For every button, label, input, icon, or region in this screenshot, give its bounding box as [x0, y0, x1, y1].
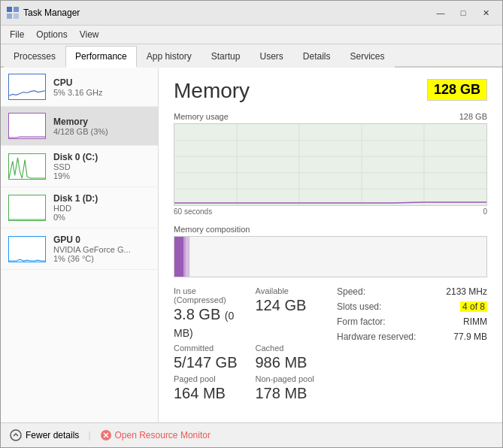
tab-startup[interactable]: Startup	[202, 46, 250, 68]
menu-file[interactable]: File	[4, 27, 30, 42]
speed-row: Speed: 2133 MHz	[337, 286, 487, 297]
cpu-info: CPU 5% 3.16 GHz	[53, 77, 150, 97]
sidebar: CPU 5% 3.16 GHz Memory 4/128 GB (3%)	[1, 68, 159, 422]
stat-nonpaged: Non-paged pool 178 MB	[256, 374, 323, 402]
disk0-info: Disk 0 (C:) SSD 19%	[53, 152, 150, 180]
form-row: Form factor: RIMM	[337, 316, 487, 327]
gpu-name: NVIDIA GeForce G...	[53, 245, 150, 254]
cpu-stats: 5% 3.16 GHz	[53, 88, 150, 97]
sidebar-item-cpu[interactable]: CPU 5% 3.16 GHz	[1, 68, 158, 107]
sidebar-item-gpu[interactable]: GPU 0 NVIDIA GeForce G... 1% (36 °C)	[1, 229, 158, 270]
title-bar-controls: — □ ✕	[430, 5, 496, 20]
main-panel: Memory 128 GB Memory usage 128 GB	[159, 68, 502, 422]
app-icon	[7, 7, 19, 19]
open-resource-monitor-btn[interactable]: Open Resource Monitor	[100, 429, 211, 441]
cpu-graph-thumb	[8, 74, 46, 100]
memory-chart-svg	[174, 124, 486, 205]
tab-services[interactable]: Services	[341, 46, 395, 68]
cpu-label: CPU	[53, 77, 150, 88]
footer-bar: Fewer details | Open Resource Monitor	[1, 422, 502, 447]
in-use-label: In use (Compressed)	[174, 286, 241, 304]
disk1-graph-thumb	[8, 195, 46, 221]
chart1-title: Memory usage	[174, 112, 229, 121]
task-manager-window: Task Manager — □ ✕ File Options View Pro…	[0, 0, 503, 448]
content-area: CPU 5% 3.16 GHz Memory 4/128 GB (3%)	[1, 68, 502, 422]
main-header: Memory 128 GB	[174, 79, 487, 103]
svg-rect-13	[174, 237, 184, 277]
stats-grid: In use (Compressed) 3.8 GB (0 MB) Availa…	[174, 286, 322, 402]
main-title: Memory	[174, 79, 250, 103]
disk1-info: Disk 1 (D:) HDD 0%	[53, 193, 150, 222]
menu-view[interactable]: View	[74, 27, 105, 42]
form-label: Form factor:	[337, 316, 386, 327]
memory-usage-chart	[174, 123, 487, 206]
left-stats: In use (Compressed) 3.8 GB (0 MB) Availa…	[174, 286, 322, 402]
disk0-usage: 19%	[53, 171, 150, 180]
window-title: Task Manager	[23, 8, 80, 18]
resource-monitor-label: Open Resource Monitor	[115, 430, 211, 440]
cached-value: 986 MB	[256, 354, 323, 371]
disk0-label: Disk 0 (C:)	[53, 152, 150, 162]
svg-rect-1	[14, 7, 19, 12]
disk1-label: Disk 1 (D:)	[53, 193, 150, 204]
tab-app-history[interactable]: App history	[137, 46, 202, 68]
chart1-max: 128 GB	[459, 112, 487, 121]
tab-performance[interactable]: Performance	[65, 46, 137, 68]
disk1-usage: 0%	[53, 213, 150, 222]
tab-details[interactable]: Details	[293, 46, 341, 68]
memory-usage-section: Memory usage 128 GB	[174, 112, 487, 216]
slots-row: Slots used: 4 of 8	[337, 301, 487, 312]
svg-rect-15	[186, 237, 189, 277]
disk1-type: HDD	[53, 204, 150, 213]
sidebar-item-memory[interactable]: Memory 4/128 GB (3%)	[1, 107, 158, 146]
sidebar-item-disk1[interactable]: Disk 1 (D:) HDD 0%	[1, 187, 158, 229]
minimize-button[interactable]: —	[430, 5, 451, 20]
chart2-label-row: Memory composition	[174, 225, 487, 234]
svg-rect-2	[7, 14, 12, 19]
title-bar-left: Task Manager	[7, 7, 80, 19]
stat-in-use: In use (Compressed) 3.8 GB (0 MB)	[174, 286, 241, 341]
chart1-time: 60 seconds 0	[174, 207, 487, 216]
gpu-label: GPU 0	[53, 235, 150, 245]
tab-bar: Processes Performance App history Startu…	[1, 44, 502, 68]
sidebar-item-disk0[interactable]: Disk 0 (C:) SSD 19%	[1, 146, 158, 187]
gpu-info: GPU 0 NVIDIA GeForce G... 1% (36 °C)	[53, 235, 150, 263]
chart1-time-start: 60 seconds	[174, 207, 212, 216]
speed-value: 2133 MHz	[446, 286, 487, 297]
close-button[interactable]: ✕	[475, 5, 496, 20]
menu-options[interactable]: Options	[30, 27, 73, 42]
stat-available: Available 124 GB	[256, 286, 323, 341]
svg-rect-14	[184, 237, 186, 277]
stats-area: In use (Compressed) 3.8 GB (0 MB) Availa…	[174, 286, 487, 402]
stat-committed: Committed 5/147 GB	[174, 344, 241, 371]
slots-value: 4 of 8	[460, 301, 487, 312]
memory-total-badge: 128 GB	[427, 79, 487, 101]
resource-monitor-icon	[100, 429, 112, 441]
fewer-details-icon	[10, 429, 22, 441]
memory-label: Memory	[53, 117, 150, 127]
chart2-label: Memory composition	[174, 225, 250, 234]
paged-label: Paged pool	[174, 374, 241, 383]
stat-cached: Cached 986 MB	[256, 344, 323, 371]
fewer-details-btn[interactable]: Fewer details	[10, 429, 79, 441]
nonpaged-value: 178 MB	[256, 385, 323, 402]
memory-composition-section: Memory composition	[174, 225, 487, 277]
in-use-value: 3.8 GB (0 MB)	[174, 306, 241, 341]
available-label: Available	[256, 286, 323, 295]
menu-bar: File Options View	[1, 26, 502, 44]
hardware-label: Hardware reserved:	[337, 331, 416, 342]
chart1-time-end: 0	[483, 207, 487, 216]
tab-processes[interactable]: Processes	[4, 46, 65, 68]
committed-label: Committed	[174, 344, 241, 353]
memory-stats: 4/128 GB (3%)	[53, 127, 150, 136]
stat-paged: Paged pool 164 MB	[174, 374, 241, 402]
gpu-graph-thumb	[8, 236, 46, 262]
tab-users[interactable]: Users	[250, 46, 292, 68]
form-value: RIMM	[463, 316, 487, 327]
maximize-button[interactable]: □	[453, 5, 474, 20]
disk0-graph-thumb	[8, 153, 46, 180]
nonpaged-label: Non-paged pool	[256, 374, 323, 383]
composition-svg	[174, 237, 486, 277]
committed-value: 5/147 GB	[174, 354, 241, 371]
hardware-row: Hardware reserved: 77.9 MB	[337, 331, 487, 342]
